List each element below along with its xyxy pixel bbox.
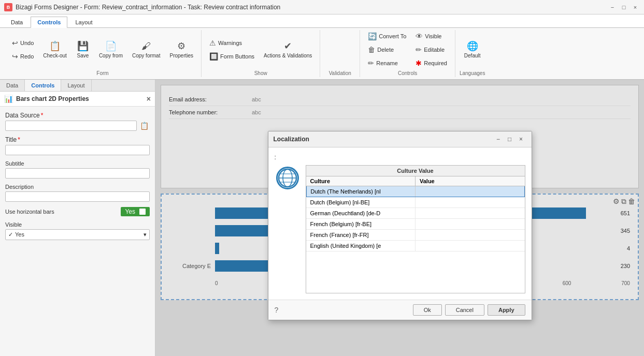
checkout-icon: 📋 bbox=[49, 40, 61, 52]
dialog-colon: : bbox=[275, 154, 525, 161]
subtitle-input[interactable] bbox=[5, 168, 150, 179]
redo-button[interactable]: ↪ Redo bbox=[8, 50, 37, 63]
dialog-title: Localization bbox=[274, 136, 309, 143]
copy-from-button[interactable]: 📄 Copy from bbox=[95, 38, 126, 62]
actions-validations-button[interactable]: ✔ Actions & Validations bbox=[260, 38, 316, 62]
culture-row-4[interactable]: French (France) [fr-FR] bbox=[306, 230, 525, 241]
col-header-value: Value bbox=[416, 176, 525, 186]
culture-cell-3-culture: French (Belgium) [fr-BE] bbox=[306, 219, 416, 229]
tab-data[interactable]: Data bbox=[4, 17, 30, 27]
default-lang-icon: 🌐 bbox=[467, 40, 478, 52]
convert-to-button[interactable]: 🔄 Convert To bbox=[364, 30, 410, 42]
data-source-field: Data Source* 📋 bbox=[5, 112, 150, 131]
culture-cell-2-value bbox=[416, 208, 525, 218]
culture-row-0[interactable]: Dutch (The Netherlands) [nl bbox=[306, 186, 525, 197]
dialog-maximize-button[interactable]: □ bbox=[505, 135, 515, 144]
undo-label: Undo bbox=[20, 40, 34, 46]
visible-field-label: Visible bbox=[5, 221, 150, 228]
tab-controls[interactable]: Controls bbox=[31, 17, 67, 28]
culture-row-5[interactable]: English (United Kingdom) [e bbox=[306, 241, 525, 251]
main-layout: Data Controls Layout 📊 Bars chart 2D Pro… bbox=[0, 80, 644, 356]
title-input[interactable] bbox=[5, 145, 150, 155]
redo-label: Redo bbox=[20, 53, 34, 60]
cancel-button[interactable]: Cancel bbox=[445, 304, 484, 316]
save-icon: 💾 bbox=[77, 40, 89, 52]
required-button[interactable]: ✱ Required bbox=[412, 57, 451, 69]
subtitle-field: Subtitle bbox=[5, 160, 150, 179]
editable-label: Editable bbox=[424, 47, 445, 53]
editable-button[interactable]: ✏ Editable bbox=[412, 43, 451, 56]
validation-group-label: Validation bbox=[329, 69, 351, 77]
description-input[interactable] bbox=[5, 191, 150, 202]
ribbon-group-controls: 🔄 Convert To 🗑 Delete ✏ Rename 👁 bbox=[360, 30, 455, 77]
ok-button[interactable]: Ok bbox=[413, 304, 442, 316]
dialog-action-buttons: Ok Cancel Apply bbox=[413, 304, 525, 316]
controls-group-label: Controls bbox=[398, 69, 417, 77]
minimize-button[interactable]: − bbox=[608, 3, 617, 12]
visible-button[interactable]: 👁 Visible bbox=[412, 30, 451, 42]
horizontal-bars-toggle[interactable]: Yes bbox=[121, 207, 150, 216]
visible-icon: 👁 bbox=[416, 32, 423, 40]
culture-cell-4-culture: French (France) [fr-FR] bbox=[306, 230, 416, 240]
ribbon: Data Controls Layout ↩ Undo ↪ Redo 📋 bbox=[0, 14, 644, 80]
data-source-browse-button[interactable]: 📋 bbox=[139, 121, 150, 131]
description-field: Description bbox=[5, 184, 150, 202]
delete-button[interactable]: 🗑 Delete bbox=[364, 43, 410, 56]
undo-button[interactable]: ↩ Undo bbox=[8, 37, 37, 49]
globe-icon bbox=[275, 165, 300, 191]
culture-cell-5-value bbox=[416, 241, 525, 251]
help-icon[interactable]: ? bbox=[275, 306, 279, 314]
culture-value-header: Culture Value bbox=[306, 166, 525, 176]
culture-cell-0-culture: Dutch (The Netherlands) [nl bbox=[307, 186, 416, 197]
undo-icon: ↩ bbox=[12, 39, 18, 47]
dialog-overlay: Localization − □ × : bbox=[155, 80, 644, 356]
default-lang-label: Default bbox=[464, 53, 481, 59]
panel-tab-layout[interactable]: Layout bbox=[61, 80, 91, 91]
dialog-footer: ? Ok Cancel Apply bbox=[268, 300, 532, 320]
rename-button[interactable]: ✏ Rename bbox=[364, 57, 410, 69]
dialog-minimize-button[interactable]: − bbox=[493, 135, 504, 144]
data-source-label: Data Source* bbox=[5, 112, 150, 119]
show-group-label: Show bbox=[254, 69, 267, 77]
dialog-close-button[interactable]: × bbox=[516, 135, 526, 144]
culture-cell-5-culture: English (United Kingdom) [e bbox=[306, 241, 416, 251]
dialog-body: : bbox=[268, 147, 532, 300]
properties-button[interactable]: ⚙ Properties bbox=[166, 38, 197, 62]
delete-label: Delete bbox=[377, 47, 394, 53]
tab-layout[interactable]: Layout bbox=[68, 17, 99, 27]
ribbon-content: ↩ Undo ↪ Redo 📋 Check-out 💾 Save bbox=[0, 27, 644, 79]
panel-tab-data[interactable]: Data bbox=[0, 80, 25, 91]
description-label: Description bbox=[5, 184, 150, 190]
culture-table-empty-space bbox=[306, 251, 525, 293]
culture-row-3[interactable]: French (Belgium) [fr-BE] bbox=[306, 219, 525, 230]
visible-select[interactable]: ✓Yes ▾ bbox=[5, 229, 150, 240]
checkout-button[interactable]: 📋 Check-out bbox=[39, 38, 70, 62]
properties-icon: ⚙ bbox=[177, 40, 185, 52]
col-header-culture: Culture bbox=[306, 176, 416, 186]
copy-format-button[interactable]: 🖌 Copy format bbox=[128, 38, 164, 62]
data-source-input[interactable] bbox=[5, 121, 137, 131]
languages-group-label: Languages bbox=[460, 69, 485, 77]
warnings-button[interactable]: ⚠ Warnings bbox=[206, 37, 258, 49]
panel-close-button[interactable]: × bbox=[147, 95, 151, 103]
culture-table-container: Culture Value Culture Value Dutch (The N… bbox=[306, 165, 525, 293]
apply-button[interactable]: Apply bbox=[488, 304, 525, 316]
bars-chart-icon: 📊 bbox=[4, 95, 13, 103]
form-buttons-button[interactable]: 🔲 Form Buttons bbox=[206, 50, 258, 63]
properties-label: Properties bbox=[169, 53, 193, 59]
required-icon: ✱ bbox=[416, 59, 422, 67]
culture-row-2[interactable]: German (Deuchtland) [de-D bbox=[306, 208, 525, 219]
culture-row-1[interactable]: Dutch (Belgium) [nl-BE] bbox=[306, 197, 525, 208]
ribbon-group-validation: Validation bbox=[320, 30, 360, 77]
culture-cell-3-value bbox=[416, 219, 525, 229]
ribbon-tabs: Data Controls Layout bbox=[0, 17, 644, 27]
panel-tab-controls[interactable]: Controls bbox=[25, 80, 61, 91]
ribbon-group-show: ⚠ Warnings 🔲 Form Buttons ✔ Actions & Va… bbox=[202, 30, 320, 77]
title-field: Title* bbox=[5, 136, 150, 155]
maximize-button[interactable]: □ bbox=[619, 3, 628, 12]
save-button[interactable]: 💾 Save bbox=[73, 38, 93, 62]
default-language-button[interactable]: 🌐 Default bbox=[461, 38, 484, 62]
panel-header: 📊 Bars chart 2D Properties × bbox=[0, 92, 155, 107]
close-button[interactable]: × bbox=[631, 3, 640, 12]
culture-cell-1-culture: Dutch (Belgium) [nl-BE] bbox=[306, 197, 416, 207]
